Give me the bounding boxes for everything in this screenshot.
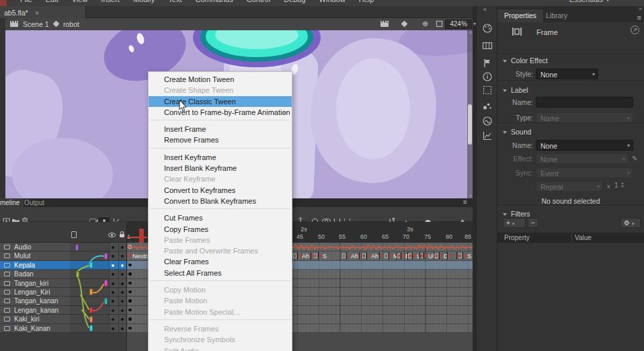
parent-link-handle[interactable] — [75, 244, 79, 251]
menubar-item[interactable]: Modify — [126, 0, 161, 3]
context-menu-item[interactable]: Cut Frames › — [149, 212, 292, 223]
stage-vertical-scrollbar[interactable]: ˄ ˅ — [467, 30, 473, 198]
parent-link-handle[interactable] — [89, 262, 93, 268]
context-menu-item[interactable]: Create Motion Tween › — [149, 74, 292, 85]
context-menu-item[interactable]: Clear Keyframe › — [149, 173, 292, 184]
menubar-item[interactable]: Text — [161, 0, 188, 3]
menubar-item[interactable]: Debug — [277, 0, 312, 3]
menubar-item[interactable]: Insert — [94, 0, 126, 3]
parent-link-handle[interactable] — [89, 316, 93, 323]
edit-symbols-icon[interactable] — [401, 21, 408, 28]
parent-link-handle[interactable] — [89, 288, 93, 295]
expand-panel-icon[interactable]: » — [639, 5, 642, 12]
lock-icon[interactable] — [120, 234, 124, 237]
transform-icon[interactable] — [482, 85, 493, 95]
tab-properties[interactable]: Properties — [497, 9, 543, 22]
parent-link-handle[interactable] — [104, 253, 108, 260]
section-label[interactable]: Label — [503, 86, 528, 94]
context-menu-item[interactable]: Reverse Frames › — [149, 323, 292, 334]
context-menu-item[interactable]: Convert to Blank Keyframes › — [149, 196, 292, 206]
filter-options-button[interactable]: ⚙▾ — [620, 218, 641, 228]
context-menu-item[interactable]: Synchronize Symbols › — [149, 334, 292, 345]
chart-icon[interactable] — [482, 130, 493, 141]
document-tab[interactable]: ab5.fla* × — [0, 4, 86, 18]
parent-link-handle[interactable] — [104, 280, 108, 286]
context-menu-item[interactable]: Split Audio › — [149, 346, 292, 351]
creative-cloud-icon[interactable] — [482, 116, 493, 126]
parent-link-handle[interactable] — [89, 325, 93, 332]
parent-link-handle[interactable] — [104, 298, 108, 305]
scrollbar-thumb[interactable] — [468, 104, 472, 145]
edit-scene-icon[interactable] — [380, 21, 389, 27]
clip-content-icon[interactable] — [436, 21, 442, 27]
ruler-second-label: 2s — [300, 226, 307, 233]
panel-menu-icon[interactable]: ≡ — [637, 13, 641, 22]
context-menu-item[interactable]: Paste Frames › — [149, 235, 292, 245]
sound-name-label: Name: — [497, 141, 533, 149]
remove-filter-button[interactable]: − — [528, 218, 538, 228]
context-menu-item[interactable]: Paste Motion Special... › — [149, 307, 292, 317]
menubar-item[interactable]: Window — [313, 0, 352, 3]
loop-count-stepper[interactable]: 1 — [614, 182, 618, 189]
tab-library[interactable]: Library — [539, 9, 574, 22]
collapse-dock-icon[interactable]: « — [483, 6, 486, 13]
zoom-chevron-icon[interactable]: ▾ — [473, 21, 476, 27]
section-sound[interactable]: Sound — [503, 128, 531, 136]
menubar-item[interactable]: Help — [352, 0, 381, 3]
menubar-item[interactable]: Edit — [39, 0, 65, 3]
share-icon[interactable]: ↗ — [631, 26, 639, 34]
label-name-input[interactable] — [536, 97, 633, 108]
workspace-switcher[interactable]: Essentials▾ — [569, 0, 609, 3]
section-color-effect[interactable]: Color Effect — [503, 56, 548, 65]
add-filter-button[interactable]: +▾ — [503, 218, 526, 228]
context-menu-item[interactable]: Create Shape Tween › — [149, 85, 292, 95]
particles-icon[interactable] — [482, 101, 493, 112]
stage-zoom-value[interactable]: 424% — [445, 20, 472, 29]
stepper-arrows-icon[interactable] — [621, 182, 624, 188]
panel-dock-strip: « — [476, 5, 497, 351]
context-menu-item[interactable]: Select All Frames › — [149, 268, 292, 278]
menubar-item[interactable]: File — [13, 0, 39, 3]
style-dropdown[interactable]: None▾ — [536, 69, 598, 79]
swatches-palette-icon[interactable] — [482, 23, 493, 34]
close-tab-icon[interactable]: × — [35, 9, 39, 17]
context-menu-item[interactable]: Paste and Overwrite Frames › — [149, 245, 292, 256]
context-menu-item[interactable]: Insert Keyframe › — [149, 152, 292, 163]
frame-picker-icon[interactable] — [482, 40, 493, 51]
filters-col-property: Property — [504, 234, 530, 241]
context-menu-item[interactable]: Remove Frames › — [149, 134, 292, 145]
info-icon[interactable] — [482, 71, 493, 82]
center-stage-icon[interactable]: ⊕ — [422, 20, 428, 28]
section-filters[interactable]: Filters — [503, 210, 530, 218]
collapse-triangle-icon — [503, 89, 507, 92]
context-menu-item[interactable]: Paste Motion › — [149, 295, 292, 306]
parent-link-handle[interactable] — [76, 271, 79, 278]
parent-link-handle[interactable] — [89, 307, 93, 313]
breadcrumb-symbol[interactable]: robot — [63, 20, 79, 28]
scroll-up-icon[interactable]: ˄ — [469, 30, 472, 35]
edit-effect-icon[interactable]: ✎ — [632, 155, 637, 162]
parent-handle-row — [0, 288, 126, 297]
context-menu-item[interactable]: Create Classic Tween › — [149, 96, 292, 107]
context-menu-item[interactable]: Clear Frames › — [149, 256, 292, 267]
context-menu-item[interactable]: Insert Frame › — [149, 124, 292, 134]
context-menu-item[interactable]: Copy Motion › — [149, 284, 292, 295]
eye-icon[interactable] — [108, 233, 116, 237]
sound-name-dropdown[interactable]: None▾ — [536, 140, 633, 151]
scene-clapper-icon[interactable] — [10, 21, 18, 27]
context-menu-item[interactable]: Convert to Frame-by-Frame Animation › — [149, 107, 292, 118]
context-menu-item[interactable]: Copy Frames › — [149, 224, 292, 235]
flag-icon[interactable] — [482, 58, 493, 69]
playhead[interactable] — [139, 229, 144, 243]
context-menu-item[interactable]: Insert Blank Keyframe › — [149, 163, 292, 173]
menubar-item[interactable]: View — [65, 0, 95, 3]
menubar-item[interactable]: Control — [240, 0, 277, 3]
keyframe-line — [407, 252, 408, 260]
context-menu-item[interactable]: Convert to Keyframes › — [149, 185, 292, 196]
scroll-down-icon[interactable]: ˅ — [469, 194, 472, 198]
outline-column-icon[interactable] — [71, 231, 77, 238]
panel-menu-icon[interactable]: ≡ — [463, 198, 467, 206]
breadcrumb-scene[interactable]: Scene 1 — [23, 20, 49, 28]
menubar-item[interactable]: Commands — [188, 0, 239, 3]
tab-output[interactable]: Output — [20, 198, 48, 207]
